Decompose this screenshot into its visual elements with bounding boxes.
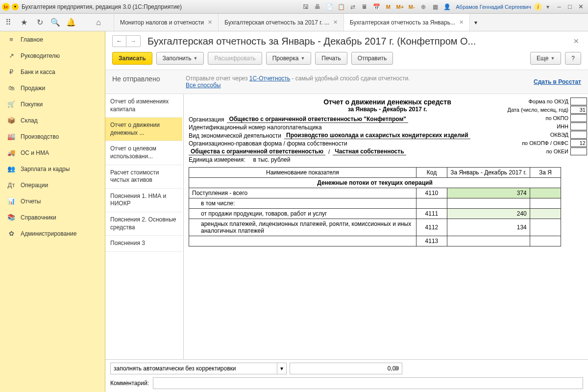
col-period: За Январь - Декабрь 2017 г.	[447, 168, 530, 178]
table-row[interactable]: 4113	[189, 236, 561, 246]
menu-icon: ≡	[7, 36, 16, 43]
calc-icon[interactable]: 🖩	[359, 2, 370, 12]
history-icon[interactable]: ↻	[34, 17, 45, 28]
fill-mode-select[interactable]: ▾	[110, 363, 287, 374]
tab-0[interactable]: Монитор налогов и отчетности✕	[114, 14, 218, 31]
sidebar-item-warehouse[interactable]: 📦Склад	[0, 112, 105, 128]
more-button[interactable]: Еще▼	[530, 52, 561, 65]
tab-2[interactable]: Бухгалтерская отчетность за Январь...✕	[343, 14, 469, 31]
report-table: Наименование показателя Код За Январь - …	[189, 167, 561, 246]
doc-icon[interactable]: 📄	[324, 2, 335, 12]
section-item[interactable]: Отчет об изменениях капитала	[105, 94, 182, 118]
section-header: Денежные потоки от текущих операций	[189, 178, 561, 188]
tab-1[interactable]: Бухгалтерская отчетность за 2017 г. ...✕	[218, 14, 343, 31]
bell-icon[interactable]: 🔔	[66, 17, 76, 28]
amount-input[interactable]	[290, 363, 402, 374]
check-button[interactable]: Проверка▼	[266, 52, 312, 65]
sidebar-item-purchases[interactable]: 🛒Покупки	[0, 96, 105, 112]
info-dropdown[interactable]: ▾	[542, 2, 553, 12]
link-1c-report[interactable]: 1С-Отчетность	[249, 75, 290, 82]
mminus-button[interactable]: M-	[406, 2, 417, 12]
document-area[interactable]: Форма по ОКУД Дата (число, месяц, год)31…	[184, 94, 588, 359]
table-row[interactable]: от продажи продукции, товаров, работ и у…	[189, 209, 561, 219]
submit-rosstat-link[interactable]: Сдать в Росстат	[534, 78, 581, 85]
chevron-down-icon: ▼	[550, 56, 555, 61]
comment-label: Комментарий:	[110, 380, 149, 387]
ruble-icon: ₽	[7, 68, 16, 75]
close-icon[interactable]: ✕	[208, 19, 212, 25]
sidebar-item-label: Покупки	[21, 101, 43, 108]
section-item[interactable]: Расчет стоимости чистых активов	[105, 165, 182, 189]
home-icon[interactable]: ⌂	[93, 17, 104, 28]
close-icon[interactable]: ✕	[333, 19, 338, 25]
tab-add[interactable]: ▾	[469, 14, 482, 31]
forward-button[interactable]: →	[126, 36, 140, 47]
cell-value[interactable]: 134	[447, 219, 530, 236]
save-button[interactable]: Записать	[112, 52, 152, 65]
print-button[interactable]: Печать	[315, 52, 347, 65]
factory-icon: 🏭	[7, 133, 16, 140]
sidebar-item-admin[interactable]: ✿Администрирование	[0, 225, 105, 242]
back-button[interactable]: ←	[113, 36, 126, 47]
sidebar-item-salary[interactable]: 👥Зарплата и кадры	[0, 161, 105, 177]
sidebar-item-sales[interactable]: 🛍Продажи	[0, 80, 105, 96]
clipboard-icon[interactable]: 📋	[336, 2, 346, 12]
fill-mode-input[interactable]	[110, 363, 277, 374]
section-list[interactable]: Отчет об изменениях капитала Отчет о дви…	[105, 94, 184, 359]
cell-value[interactable]: 240	[447, 209, 530, 219]
more-label: Еще	[537, 55, 548, 62]
section-item[interactable]: Пояснения 3	[105, 236, 182, 252]
sidebar-item-operations[interactable]: ДтОперации	[0, 177, 105, 193]
table-row[interactable]: арендных платежей, лицензионных платежей…	[189, 219, 561, 236]
section-item[interactable]: Отчет о движении денежных ...	[105, 118, 182, 141]
tab-label: Монитор налогов и отчетности	[120, 19, 204, 26]
sidebar-item-main[interactable]: ≡Главное	[0, 31, 105, 48]
sidebar-item-reports[interactable]: 📊Отчеты	[0, 193, 105, 209]
minimize-button[interactable]: –	[554, 2, 564, 12]
mplus-button[interactable]: M+	[394, 2, 405, 12]
cell-value[interactable]: 374	[447, 188, 530, 198]
calc-icon[interactable]: 🖩	[393, 365, 399, 372]
app-menu-dropdown[interactable]: ▾	[12, 3, 19, 10]
sidebar-item-directories[interactable]: 📚Справочники	[0, 209, 105, 225]
section-item[interactable]: Пояснения 2. Основные средства	[105, 212, 182, 236]
info-icon[interactable]: i	[534, 3, 542, 11]
nav-buttons: ← →	[112, 35, 141, 47]
compare-icon[interactable]: ⇄	[347, 2, 358, 12]
people-icon: 👥	[7, 165, 16, 172]
chevron-down-icon[interactable]: ▾	[277, 363, 287, 374]
close-icon[interactable]: ✕	[459, 19, 464, 25]
grid-icon[interactable]: ▦	[430, 2, 441, 12]
save-icon[interactable]: 🖫	[300, 2, 311, 12]
send-button[interactable]: Отправить	[351, 52, 393, 65]
page-close-button[interactable]: ✕	[571, 35, 581, 47]
calendar-icon[interactable]: 📅	[371, 2, 382, 12]
sidebar-item-production[interactable]: 🏭Производство	[0, 128, 105, 145]
section-item[interactable]: Отчет о целевом использовани...	[105, 141, 182, 165]
col-code: Код	[416, 168, 447, 178]
user-name[interactable]: Абрамов Геннадий Сергеевич	[456, 4, 531, 10]
zoom-icon[interactable]: ⊕	[418, 2, 429, 12]
table-row[interactable]: в том числе:	[189, 198, 561, 209]
table-row[interactable]: Поступления - всего 4110 374	[189, 188, 561, 198]
truck-icon: 🚚	[7, 149, 16, 156]
sidebar-item-manager[interactable]: ↗Руководителю	[0, 48, 105, 64]
help-button[interactable]: ?	[565, 52, 581, 65]
command-bar: Записать Заполнить▼ Расшифровать Проверк…	[105, 49, 588, 70]
comment-input[interactable]	[153, 377, 583, 389]
sidebar-item-assets[interactable]: 🚚ОС и НМА	[0, 145, 105, 161]
section-item[interactable]: Пояснения 1. НМА и НИОКР	[105, 189, 182, 212]
fill-button[interactable]: Заполнить▼	[156, 52, 204, 65]
close-button[interactable]: ✕	[575, 2, 586, 12]
print-icon[interactable]: 🖶	[312, 2, 323, 12]
search-icon[interactable]: 🔍	[50, 17, 61, 28]
maximize-button[interactable]: □	[564, 2, 575, 12]
chart-icon: ↗	[7, 52, 16, 59]
link-all-ways[interactable]: Все способы	[186, 82, 221, 89]
sidebar-item-label: Руководителю	[21, 52, 60, 59]
star-icon[interactable]: ★	[19, 17, 29, 28]
m-button[interactable]: M	[383, 2, 393, 12]
sidebar-item-bank[interactable]: ₽Банк и касса	[0, 64, 105, 80]
decode-button[interactable]: Расшифровать	[208, 52, 262, 65]
apps-icon[interactable]: ⠿	[3, 17, 14, 28]
